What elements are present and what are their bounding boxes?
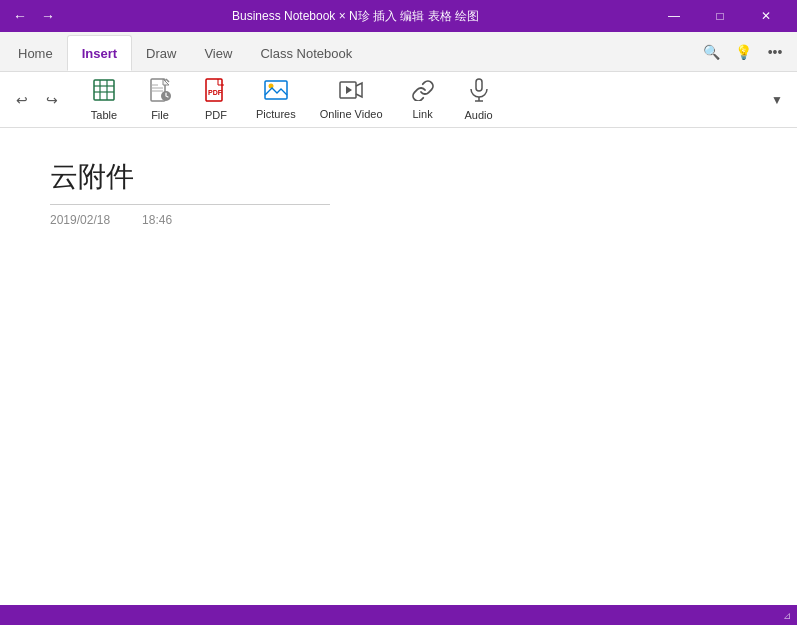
status-bar: ⊿: [0, 605, 797, 625]
pdf-label: PDF: [205, 109, 227, 121]
tab-view[interactable]: View: [190, 35, 246, 71]
ribbon-more-button[interactable]: ▼: [765, 86, 789, 114]
undo-button[interactable]: ↩: [8, 86, 36, 114]
tab-draw[interactable]: Draw: [132, 35, 190, 71]
maximize-button[interactable]: □: [697, 0, 743, 32]
resize-icon: ⊿: [783, 610, 791, 621]
tab-insert[interactable]: Insert: [67, 35, 132, 71]
title-bar-left: ← →: [8, 4, 60, 28]
lightbulb-button[interactable]: 💡: [729, 38, 757, 66]
redo-button[interactable]: ↪: [38, 86, 66, 114]
back-button[interactable]: ←: [8, 4, 32, 28]
page-title: 云附件: [50, 158, 747, 196]
table-icon: [92, 78, 116, 106]
svg-rect-12: [265, 81, 287, 99]
audio-icon: [468, 78, 490, 106]
search-button[interactable]: 🔍: [697, 38, 725, 66]
tab-bar: Home Insert Draw View Class Notebook 🔍 💡…: [0, 32, 797, 72]
online-video-icon: [339, 79, 363, 105]
svg-point-13: [268, 84, 273, 89]
online-video-label: Online Video: [320, 108, 383, 120]
svg-marker-15: [346, 86, 352, 94]
title-bar: ← → Business Notebook × N珍 插入 编辑 表格 绘图 —…: [0, 0, 797, 32]
svg-rect-0: [94, 80, 114, 100]
ribbon: ↩ ↪ Table: [0, 72, 797, 128]
table-label: Table: [91, 109, 117, 121]
forward-button[interactable]: →: [36, 4, 60, 28]
page-date: 2019/02/18: [50, 213, 110, 227]
ribbon-undo-redo: ↩ ↪: [8, 86, 66, 114]
title-bar-title: Business Notebook × N珍 插入 编辑 表格 绘图: [60, 8, 651, 25]
page-time: 18:46: [142, 213, 172, 227]
close-button[interactable]: ✕: [743, 0, 789, 32]
ribbon-file[interactable]: File: [134, 74, 186, 126]
title-bar-nav: ← →: [8, 4, 60, 28]
ribbon-table[interactable]: Table: [78, 74, 130, 126]
link-label: Link: [412, 108, 432, 120]
ribbon-pictures[interactable]: Pictures: [246, 74, 306, 126]
minimize-button[interactable]: —: [651, 0, 697, 32]
tab-class-notebook[interactable]: Class Notebook: [246, 35, 366, 71]
title-bar-controls: — □ ✕: [651, 0, 789, 32]
tab-bar-right-actions: 🔍 💡 •••: [697, 38, 789, 66]
file-icon: [149, 78, 171, 106]
ribbon-online-video[interactable]: Online Video: [310, 74, 393, 126]
ribbon-link[interactable]: Link: [397, 74, 449, 126]
content-area: 云附件 2019/02/18 18:46: [0, 128, 797, 583]
svg-rect-16: [476, 79, 482, 91]
svg-text:PDF: PDF: [208, 89, 223, 96]
pictures-icon: [264, 79, 288, 105]
page-meta: 2019/02/18 18:46: [50, 213, 747, 227]
file-label: File: [151, 109, 169, 121]
ribbon-audio[interactable]: Audio: [453, 74, 505, 126]
tab-home[interactable]: Home: [4, 35, 67, 71]
link-icon: [411, 79, 435, 105]
audio-label: Audio: [464, 109, 492, 121]
more-button[interactable]: •••: [761, 38, 789, 66]
pdf-icon: PDF: [205, 78, 227, 106]
page-divider: [50, 204, 330, 205]
ribbon-pdf[interactable]: PDF PDF: [190, 74, 242, 126]
pictures-label: Pictures: [256, 108, 296, 120]
